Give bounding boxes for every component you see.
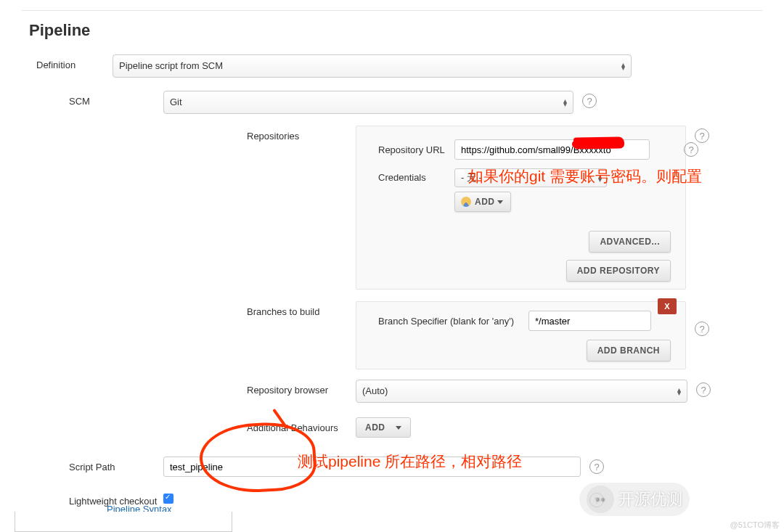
script-path-label: Script Path (69, 457, 163, 477)
definition-select-value: Pipeline script from SCM (119, 60, 223, 71)
definition-select[interactable]: Pipeline script from SCM (113, 54, 632, 78)
scm-select[interactable]: Git (163, 91, 573, 114)
credentials-label: Credentials (378, 168, 454, 183)
add-credentials-label: ADD (475, 197, 495, 207)
branches-box: X Branch Specifier (blank for 'any') ADD… (356, 301, 686, 369)
branch-spec-input[interactable] (528, 311, 651, 331)
additional-behaviours-label: Additional Behaviours (247, 417, 356, 438)
key-icon (461, 197, 471, 207)
chevron-updown-icon (621, 62, 625, 70)
credentials-select-value: - 无 - (461, 171, 482, 184)
redaction-scribble (573, 136, 624, 149)
scm-label: SCM (69, 91, 163, 114)
section-title-pipeline: Pipeline (29, 21, 762, 40)
chevron-updown-icon (598, 174, 602, 181)
delete-branch-button[interactable]: X (658, 298, 677, 314)
additional-add-label: ADD (365, 422, 385, 433)
branches-label: Branches to build (247, 301, 356, 369)
wechat-badge: ●● 开源优测 (579, 483, 690, 516)
lightweight-checkbox[interactable] (163, 494, 173, 504)
chevron-updown-icon (677, 388, 681, 395)
repo-browser-select[interactable]: (Auto) (356, 380, 687, 403)
help-icon[interactable]: ? (695, 128, 709, 143)
credentials-select[interactable]: - 无 - (454, 168, 607, 187)
wechat-badge-text: 开源优测 (618, 488, 682, 510)
repositories-label: Repositories (247, 126, 356, 290)
repo-browser-value: (Auto) (362, 385, 388, 396)
branch-spec-label: Branch Specifier (blank for 'any') (378, 316, 528, 327)
add-credentials-button[interactable]: ADD (454, 192, 511, 212)
definition-label: Definition (36, 54, 113, 70)
help-icon[interactable]: ? (695, 322, 709, 336)
repositories-box: Repository URL Credentials - 无 - ADD (356, 126, 686, 290)
add-branch-button[interactable]: ADD BRANCH (587, 340, 671, 361)
chevron-down-icon (497, 200, 503, 204)
footer-watermark: @51CTO博客 (730, 520, 780, 531)
repo-url-label: Repository URL (378, 144, 454, 155)
scm-select-value: Git (170, 97, 182, 107)
wechat-icon: ●● (587, 486, 614, 513)
help-icon[interactable]: ? (589, 459, 604, 474)
help-icon[interactable]: ? (696, 382, 711, 397)
additional-add-button[interactable]: ADD (356, 417, 411, 438)
footer-box (15, 512, 232, 532)
advanced-button[interactable]: ADVANCED... (589, 231, 671, 253)
add-repository-button[interactable]: ADD REPOSITORY (566, 260, 671, 282)
chevron-down-icon (396, 426, 401, 430)
help-icon[interactable]: ? (582, 94, 597, 108)
help-icon[interactable]: ? (684, 142, 698, 157)
script-path-input[interactable] (163, 457, 581, 477)
repo-browser-label: Repository browser (247, 380, 356, 403)
chevron-updown-icon (563, 99, 567, 106)
